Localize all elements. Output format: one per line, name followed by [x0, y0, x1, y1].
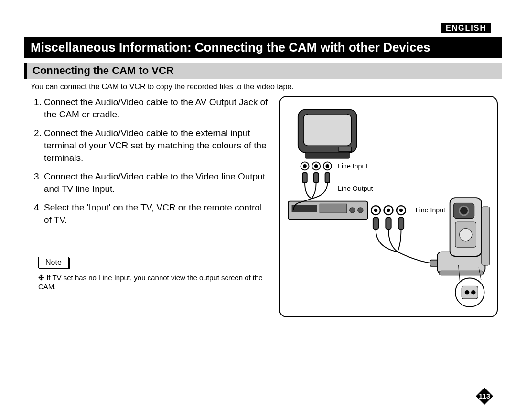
svg-point-23	[399, 209, 403, 212]
vcr-input-plugs	[373, 218, 438, 266]
svg-point-16	[350, 208, 355, 213]
svg-point-19	[374, 209, 378, 212]
svg-point-17	[358, 208, 363, 213]
manual-page: ENGLISH Miscellaneous Information: Conne…	[0, 0, 516, 420]
svg-point-39	[471, 290, 475, 294]
svg-rect-10	[302, 173, 307, 183]
svg-rect-2	[305, 153, 350, 159]
intro-text: You can connect the CAM to VCR to copy t…	[31, 83, 495, 91]
svg-rect-26	[398, 218, 404, 230]
diagram-svg: Line Input Line Output	[280, 97, 497, 316]
content-row: Connect the Audio/Video cable to the AV …	[24, 96, 502, 317]
section-subtitle: Connecting the CAM to VCR	[24, 63, 502, 79]
svg-point-32	[459, 206, 468, 215]
svg-point-9	[326, 164, 330, 168]
svg-point-21	[387, 209, 390, 212]
svg-rect-11	[314, 173, 318, 183]
svg-rect-35	[482, 207, 490, 265]
svg-point-7	[314, 164, 318, 168]
vcr-line-input-jacks	[371, 206, 406, 215]
svg-rect-14	[292, 205, 317, 212]
step-item: Connect the Audio/Video cable to the AV …	[44, 96, 269, 120]
svg-rect-25	[386, 218, 391, 230]
tv-line-input-jacks	[301, 162, 332, 170]
svg-rect-29	[439, 271, 484, 275]
label-line-input-top: Line Input	[338, 162, 367, 170]
svg-rect-3	[339, 147, 351, 151]
svg-point-38	[465, 290, 469, 294]
svg-rect-15	[320, 204, 347, 213]
page-number: 113	[479, 392, 490, 400]
label-line-output: Line Output	[338, 185, 373, 192]
step-list: Connect the Audio/Video cable to the AV …	[31, 96, 269, 226]
step-item: Select the 'Input' on the TV, VCR or the…	[44, 201, 269, 226]
step-item: Connect the Audio/Video cable to the Vid…	[44, 170, 269, 195]
step-item: Connect the Audio/Video cable to the ext…	[44, 127, 269, 164]
svg-rect-12	[325, 173, 330, 183]
tv-icon	[298, 110, 357, 159]
svg-rect-24	[373, 218, 378, 230]
note-body: If TV set has no Line Input, you cannot …	[38, 273, 263, 292]
svg-point-34	[459, 228, 472, 241]
steps-column: Connect the Audio/Video cable to the AV …	[24, 96, 274, 292]
svg-rect-1	[303, 114, 351, 146]
note-label: Note	[38, 257, 69, 268]
language-tag: ENGLISH	[441, 23, 491, 33]
label-line-input-right: Line Input	[416, 206, 445, 214]
vcr-icon	[288, 201, 367, 220]
svg-point-5	[303, 164, 307, 168]
page-title: Miscellaneous Information: Connecting th…	[24, 37, 502, 58]
connection-diagram: Line Input Line Output	[279, 96, 498, 317]
page-number-badge: 113	[475, 387, 494, 406]
tv-input-plugs	[302, 173, 330, 199]
